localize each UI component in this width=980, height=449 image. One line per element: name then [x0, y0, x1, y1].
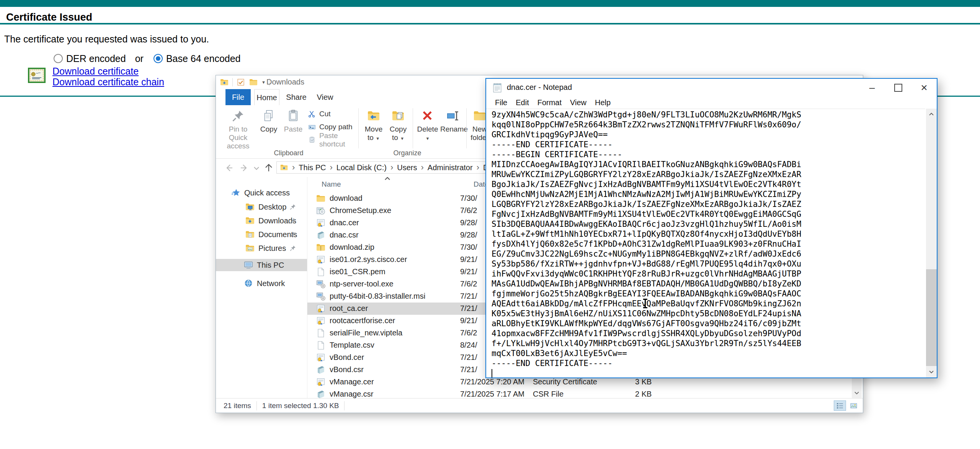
notepad-icon: [492, 82, 502, 93]
tab-home[interactable]: Home: [254, 89, 279, 105]
delete-button[interactable]: Delete ▼: [415, 108, 440, 148]
toolbar-dropdown-icon[interactable]: ▼: [261, 80, 266, 85]
pin-icon: [289, 245, 296, 252]
maximize-button[interactable]: [885, 79, 911, 96]
sidebar-item-pictures[interactable]: Pictures: [216, 242, 307, 254]
file-date-modified: 7/6/2: [460, 280, 477, 288]
minimize-button[interactable]: –: [859, 79, 885, 96]
download-links: Download certificate Download certificat…: [52, 66, 164, 87]
network-icon: [243, 278, 253, 288]
paste-shortcut-button[interactable]: Paste shortcut: [308, 133, 361, 146]
menu-view[interactable]: View: [566, 98, 591, 107]
sidebar-item-this-pc[interactable]: This PC: [216, 259, 307, 271]
breadcrumb-administrator[interactable]: Administrator: [428, 163, 473, 172]
details-view-button[interactable]: [834, 400, 846, 411]
file-name: ChromeSetup.exe: [330, 206, 391, 215]
checkmark-icon[interactable]: [236, 78, 245, 87]
menu-file[interactable]: File: [491, 98, 511, 107]
file-date-modified: 7/21/: [460, 292, 477, 301]
menu-edit[interactable]: Edit: [511, 98, 533, 107]
folder-icon: [316, 194, 326, 203]
quick-access-toolbar: ▼: [220, 77, 270, 88]
copy-icon: [262, 109, 276, 123]
file-size: 3 KB: [635, 377, 652, 386]
large-icons-view-icon: [850, 402, 858, 410]
new-folder-icon: [473, 109, 487, 123]
move-to-icon: [367, 109, 381, 123]
tab-share[interactable]: Share: [283, 89, 309, 105]
pin-icon: [289, 231, 296, 238]
clipboard-icon: [286, 109, 300, 123]
rename-button[interactable]: Rename: [440, 108, 466, 148]
breadcrumb-this-pc[interactable]: This PC: [299, 163, 326, 172]
scroll-up-icon[interactable]: [926, 109, 937, 119]
forward-icon[interactable]: [239, 163, 250, 173]
sidebar-item-desktop[interactable]: Desktop: [216, 201, 307, 213]
base64-radio[interactable]: [154, 54, 163, 63]
breadcrumb-local-disk[interactable]: Local Disk (C:): [336, 163, 387, 172]
certificate-icon: [316, 377, 326, 387]
status-separator: [344, 401, 345, 410]
menu-format[interactable]: Format: [533, 98, 566, 107]
base64-radio-label: Base 64 encoded: [166, 53, 241, 64]
breadcrumb-users[interactable]: Users: [397, 163, 417, 172]
page-message: The certificate you requested was issued…: [4, 34, 209, 45]
sidebar-label: Quick access: [244, 189, 290, 197]
file-date-modified: 8/24/: [460, 341, 477, 350]
back-icon[interactable]: [224, 163, 234, 173]
large-icons-view-button[interactable]: [848, 400, 860, 411]
notepad-scrollbar[interactable]: [926, 109, 937, 377]
menu-help[interactable]: Help: [591, 98, 615, 107]
history-dropdown-icon[interactable]: [253, 163, 260, 173]
file-date-modified: 7/21/: [460, 353, 477, 362]
encoding-options: DER encoded or Base 64 encoded: [54, 53, 241, 64]
installer-icon: [316, 279, 326, 289]
sidebar-item-documents[interactable]: Documents: [216, 228, 307, 241]
screen: Certificate Issued The certificate you r…: [0, 0, 980, 449]
file-date-modified: 7/6/2: [460, 206, 477, 215]
copy-button[interactable]: Copy: [256, 108, 281, 148]
tab-view[interactable]: View: [312, 89, 338, 105]
sidebar-item-network[interactable]: Network: [216, 277, 307, 290]
group-label-clipboard: Clipboard: [274, 149, 303, 157]
scroll-down-icon[interactable]: [852, 388, 862, 398]
downloads-folder-icon: [245, 216, 255, 226]
button-label: Paste: [284, 125, 303, 133]
cut-button[interactable]: Cut: [308, 107, 361, 120]
scroll-down-icon[interactable]: [926, 367, 937, 377]
up-icon[interactable]: [263, 163, 274, 173]
sidebar-item-downloads[interactable]: Downloads: [216, 215, 307, 227]
folder-icon[interactable]: [249, 78, 258, 87]
ribbon-separator: [413, 108, 413, 148]
chevron-down-icon: ▼: [376, 136, 380, 141]
paste-button[interactable]: Paste: [281, 108, 305, 148]
close-button[interactable]: ×: [911, 79, 937, 96]
column-header-name[interactable]: Name: [322, 180, 341, 189]
documents-folder-icon: [245, 229, 255, 239]
tab-file[interactable]: File: [225, 89, 251, 105]
notepad-titlebar[interactable]: dnac.cer - Notepad – ×: [486, 79, 937, 96]
pin-to-quick-access-button[interactable]: Pin to Quick access: [220, 108, 256, 148]
file-name: vManage.csr: [330, 390, 374, 398]
copy-to-icon: [391, 109, 405, 123]
downloads-folder-icon: [220, 78, 229, 87]
scrollbar-thumb[interactable]: [926, 269, 937, 366]
notepad-line: FgNvcjIxHzAdBgNVBAMTFm9yMi1XSU4tVlEwOEc2…: [492, 209, 925, 219]
sidebar-item-quick-access[interactable]: Quick access: [216, 187, 307, 199]
notepad-text-area[interactable]: 9zyXN4h5WC9c5caA/cZhW3WdPtgd+j80eN/9FLT3…: [486, 109, 925, 377]
chevron-icon: ›: [390, 162, 393, 173]
file-row[interactable]: vManage.csr7/21/2025 7:17 AMCSR File2 KB: [307, 388, 863, 398]
copy-to-button[interactable]: Copy to ▼: [386, 108, 410, 148]
download-certificate-chain-link[interactable]: Download certificate chain: [52, 76, 164, 87]
button-label: Move to: [365, 125, 382, 142]
notepad-line: fysDXh4lYjQ60x82e5c7f1KPbD+AOhC31Zw1dgRe…: [492, 239, 925, 249]
der-radio-label: DER encoded: [66, 53, 126, 64]
toolbar-separator: [232, 78, 233, 86]
download-certificate-link[interactable]: Download certificate: [52, 66, 164, 76]
file-name: dnac.csr: [330, 231, 359, 239]
status-separator: [256, 401, 257, 410]
notepad-line: ihFwQQvFxvi3dyqWWc0C1RKHPHtYQFz8rRuBJrR+…: [492, 269, 925, 279]
move-to-button[interactable]: Move to ▼: [361, 108, 386, 148]
der-radio[interactable]: [54, 54, 63, 63]
ibeam-cursor: [645, 299, 646, 308]
